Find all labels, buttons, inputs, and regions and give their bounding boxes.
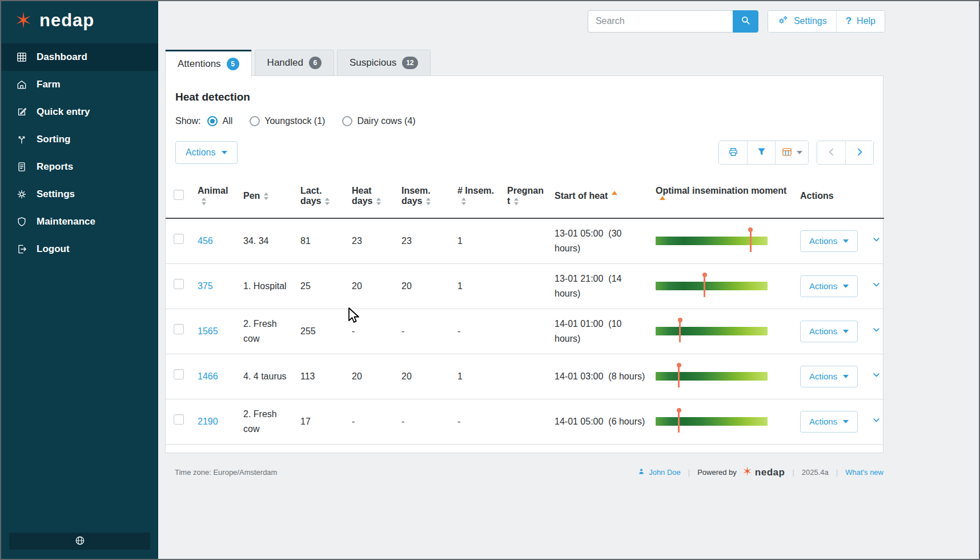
sidebar-item-sorting[interactable]: Sorting: [1, 126, 158, 153]
settings-button[interactable]: Settings: [768, 11, 836, 32]
column-header-lact-days[interactable]: Lact. days: [296, 174, 347, 218]
chevron-down-icon: [871, 374, 882, 382]
chevron-down-icon: [843, 330, 849, 333]
animal-link[interactable]: 2190: [198, 417, 218, 426]
start-of-heat-cell: 14-01 01:00 (10 hours): [550, 309, 651, 354]
animal-link[interactable]: 1466: [198, 371, 218, 381]
radio-dairy-cows[interactable]: Dairy cows (4): [342, 116, 415, 126]
row-actions-button[interactable]: Actions: [800, 366, 858, 387]
printer-icon: [728, 146, 739, 159]
footer-right: John Doe | Powered by nedap: [637, 466, 883, 479]
expand-row-button[interactable]: [869, 367, 884, 385]
prev-page-button[interactable]: [817, 141, 845, 164]
heat-days-cell: 23: [347, 218, 397, 263]
sidebar-item-farm[interactable]: Farm: [1, 71, 158, 98]
whats-new-link[interactable]: What's new: [845, 468, 883, 477]
table-header-row: Animal Pen Lact. days Heat days Insem. d…: [166, 174, 884, 218]
row-actions-button[interactable]: Actions: [800, 275, 858, 297]
chevron-right-icon: [854, 146, 865, 159]
column-header-pregnant[interactable]: Pregnant: [503, 174, 550, 218]
num-insem-cell: -: [453, 399, 503, 444]
sort-carets-icon: [426, 198, 431, 205]
column-header-start-of-heat[interactable]: Start of heat: [550, 174, 651, 218]
row-checkbox[interactable]: [174, 369, 184, 379]
start-of-heat-cell: 13-01 05:00 (30 hours): [550, 218, 651, 263]
radio-all[interactable]: All: [207, 116, 232, 126]
user-link[interactable]: John Doe: [637, 467, 681, 477]
pen-cell: 2. Fresh cow: [239, 399, 296, 444]
radio-youngstock[interactable]: Youngstock (1): [250, 116, 325, 126]
sidebar-item-label: Farm: [37, 79, 61, 90]
tab-attentions[interactable]: Attentions 5: [165, 50, 252, 77]
row-checkbox[interactable]: [174, 414, 184, 425]
animal-link[interactable]: 375: [198, 281, 213, 291]
table-row: 2190 2. Fresh cow 17 - - - 14-01 05:00 (…: [166, 399, 884, 444]
chevron-down-icon: [871, 238, 882, 247]
column-header-num-insem[interactable]: # Insem.: [453, 174, 503, 218]
help-button[interactable]: ? Help: [836, 11, 885, 32]
animal-link[interactable]: 456: [198, 236, 213, 246]
expand-row-button[interactable]: [869, 322, 884, 339]
nedap-logo[interactable]: nedap: [1, 1, 158, 39]
row-actions-button[interactable]: Actions: [800, 411, 858, 433]
nedap-star-icon: [14, 10, 33, 32]
search-icon: [740, 15, 751, 27]
column-header-pen[interactable]: Pen: [239, 174, 296, 218]
pen-cell: 2. Fresh cow: [239, 309, 296, 354]
search-input[interactable]: [588, 10, 733, 33]
table-row: 456 34. 34 81 23 23 1 13-01 05:00 (30 ho…: [166, 218, 884, 263]
topbar: Settings ? Help: [165, 9, 885, 33]
row-actions-button[interactable]: Actions: [800, 321, 858, 342]
filter-icon: [756, 146, 767, 159]
column-header-actions: Actions: [796, 174, 864, 218]
column-header-heat-days[interactable]: Heat days: [347, 174, 397, 218]
animal-link[interactable]: 1565: [198, 326, 218, 336]
column-header-optimal-insemination[interactable]: Optimal insemination moment: [651, 174, 796, 218]
sort-carets-icon: [325, 198, 330, 205]
tab-handled[interactable]: Handled 6: [255, 50, 334, 76]
next-page-button[interactable]: [845, 141, 873, 164]
optimal-moment-marker: [678, 410, 680, 433]
sidebar-item-reports[interactable]: Reports: [1, 153, 158, 181]
row-checkbox[interactable]: [174, 279, 184, 289]
table-row: 375 1. Hospital 25 20 20 1 13-01 21:00 (…: [166, 263, 884, 309]
barn-icon: [15, 79, 27, 90]
settings-button-label: Settings: [794, 16, 827, 26]
tab-suspicious[interactable]: Suspicious 12: [337, 50, 431, 76]
table-row: 1466 4. 4 taurus 113 20 20 1 14-01 03:00…: [166, 354, 884, 399]
language-globe-button[interactable]: [9, 533, 150, 550]
person-icon: [637, 467, 645, 477]
sidebar-nav: Dashboard Farm Quick entry Sorting: [1, 43, 158, 263]
filter-button[interactable]: [747, 141, 775, 164]
bulk-actions-button[interactable]: Actions: [175, 141, 238, 164]
expand-row-button[interactable]: [869, 413, 884, 430]
search-button[interactable]: [733, 10, 758, 33]
chevron-down-icon: [871, 329, 882, 337]
select-all-checkbox[interactable]: [174, 190, 184, 200]
print-button[interactable]: [719, 141, 747, 164]
sidebar-item-label: Dashboard: [37, 51, 87, 63]
expand-row-button[interactable]: [869, 277, 884, 294]
pregnant-cell: [503, 354, 550, 399]
column-header-insem-days[interactable]: Insem. days: [397, 174, 453, 218]
column-chooser-button[interactable]: [775, 141, 808, 164]
sidebar-item-quick-entry[interactable]: Quick entry: [1, 98, 158, 126]
column-header-animal[interactable]: Animal: [193, 174, 239, 218]
optimal-moment-marker: [679, 320, 681, 342]
start-of-heat-cell: 14-01 05:00 (6 hours): [550, 399, 651, 444]
pregnant-cell: [503, 399, 550, 444]
expand-row-button[interactable]: [869, 232, 884, 249]
split-arrows-icon: [15, 134, 27, 145]
sidebar-item-logout[interactable]: Logout: [1, 235, 158, 263]
row-checkbox[interactable]: [174, 324, 184, 334]
optimal-moment-marker: [750, 230, 752, 252]
row-actions-button[interactable]: Actions: [800, 230, 858, 252]
insem-days-cell: 20: [397, 263, 453, 309]
nedap-star-icon: [742, 466, 753, 479]
sidebar-item-maintenance[interactable]: Maintenance: [1, 208, 158, 235]
table-row: 1565 2. Fresh cow 255 - - - 14-01 01:00 …: [166, 309, 884, 354]
sidebar-item-settings[interactable]: Settings: [1, 181, 158, 208]
sidebar-item-label: Quick entry: [37, 106, 90, 118]
sidebar-item-dashboard[interactable]: Dashboard: [1, 43, 158, 71]
row-checkbox[interactable]: [174, 234, 184, 244]
